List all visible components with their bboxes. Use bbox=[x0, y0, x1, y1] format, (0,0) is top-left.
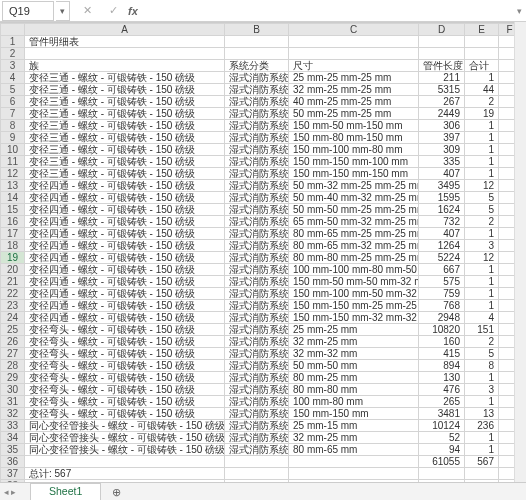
cell[interactable]: 65 mm-50 mm-32 mm-25 mm bbox=[289, 216, 419, 228]
row-header[interactable]: 16 bbox=[1, 216, 25, 228]
formula-bar-expand-icon[interactable]: ▾ bbox=[512, 6, 526, 16]
cell[interactable] bbox=[289, 468, 419, 480]
cell[interactable]: 61055 bbox=[419, 456, 465, 468]
cell[interactable] bbox=[419, 48, 465, 60]
cell[interactable]: 12 bbox=[465, 252, 499, 264]
cell[interactable]: 150 mm-150 mm-150 mm bbox=[289, 168, 419, 180]
cell[interactable]: 80 mm-65 mm bbox=[289, 444, 419, 456]
cell[interactable]: 1 bbox=[465, 156, 499, 168]
cell[interactable] bbox=[465, 48, 499, 60]
row-header[interactable]: 30 bbox=[1, 384, 25, 396]
row-header[interactable]: 15 bbox=[1, 204, 25, 216]
cell[interactable]: 407 bbox=[419, 168, 465, 180]
fx-icon[interactable]: fx bbox=[128, 5, 138, 17]
column-header[interactable]: C bbox=[289, 24, 419, 36]
cell[interactable]: 150 mm-100 mm-80 mm bbox=[289, 144, 419, 156]
cell[interactable]: 94 bbox=[419, 444, 465, 456]
row-header[interactable]: 7 bbox=[1, 108, 25, 120]
row-header[interactable]: 13 bbox=[1, 180, 25, 192]
cell[interactable]: 变径三通 - 螺纹 - 可锻铸铁 - 150 磅级 bbox=[25, 120, 225, 132]
cell[interactable]: 同心变径管接头 - 螺纹 - 可锻铸铁 - 150 磅级 bbox=[25, 444, 225, 456]
cell[interactable]: 变径四通 - 螺纹 - 可锻铸铁 - 150 磅级 bbox=[25, 300, 225, 312]
column-header[interactable]: E bbox=[465, 24, 499, 36]
cell[interactable]: 变径四通 - 螺纹 - 可锻铸铁 - 150 磅级 bbox=[25, 228, 225, 240]
cell[interactable]: 变径四通 - 螺纹 - 可锻铸铁 - 150 磅级 bbox=[25, 312, 225, 324]
cell[interactable]: 湿式消防系统 bbox=[225, 204, 289, 216]
row-header[interactable]: 27 bbox=[1, 348, 25, 360]
cell[interactable]: 1 bbox=[465, 72, 499, 84]
cell[interactable]: 1595 bbox=[419, 192, 465, 204]
cell[interactable]: 1 bbox=[465, 132, 499, 144]
cell[interactable]: 湿式消防系统 bbox=[225, 408, 289, 420]
cell[interactable]: 变径四通 - 螺纹 - 可锻铸铁 - 150 磅级 bbox=[25, 264, 225, 276]
cell[interactable] bbox=[25, 48, 225, 60]
row-header[interactable]: 34 bbox=[1, 432, 25, 444]
cell[interactable]: 2948 bbox=[419, 312, 465, 324]
cell[interactable]: 567 bbox=[465, 456, 499, 468]
cell[interactable]: 管件明细表 bbox=[25, 36, 225, 48]
cell[interactable]: 湿式消防系统 bbox=[225, 444, 289, 456]
row-header[interactable]: 25 bbox=[1, 324, 25, 336]
cell[interactable]: 160 bbox=[419, 336, 465, 348]
cell[interactable]: 894 bbox=[419, 360, 465, 372]
cell[interactable]: 湿式消防系统 bbox=[225, 180, 289, 192]
formula-bar-input[interactable] bbox=[138, 1, 512, 21]
row-header[interactable]: 8 bbox=[1, 120, 25, 132]
cell[interactable]: 变径三通 - 螺纹 - 可锻铸铁 - 150 磅级 bbox=[25, 144, 225, 156]
cell[interactable]: 湿式消防系统 bbox=[225, 312, 289, 324]
cell[interactable] bbox=[225, 48, 289, 60]
cell[interactable]: 变径四通 - 螺纹 - 可锻铸铁 - 150 磅级 bbox=[25, 216, 225, 228]
cell[interactable]: 3495 bbox=[419, 180, 465, 192]
cell[interactable]: 湿式消防系统 bbox=[225, 240, 289, 252]
row-header[interactable]: 36 bbox=[1, 456, 25, 468]
cell[interactable]: 32 mm-32 mm bbox=[289, 348, 419, 360]
cell[interactable]: 1 bbox=[465, 228, 499, 240]
row-header[interactable]: 20 bbox=[1, 264, 25, 276]
row-header[interactable]: 31 bbox=[1, 396, 25, 408]
cell[interactable]: 80 mm-65 mm-32 mm-25 mm bbox=[289, 240, 419, 252]
cell[interactable]: 2449 bbox=[419, 108, 465, 120]
cell[interactable]: 变径四通 - 螺纹 - 可锻铸铁 - 150 磅级 bbox=[25, 252, 225, 264]
cell[interactable] bbox=[465, 36, 499, 48]
cell[interactable]: 1 bbox=[465, 168, 499, 180]
row-header[interactable]: 18 bbox=[1, 240, 25, 252]
cell[interactable]: 4 bbox=[465, 312, 499, 324]
cell[interactable]: 32 mm-25 mm bbox=[289, 336, 419, 348]
cell[interactable]: 湿式消防系统 bbox=[225, 96, 289, 108]
cell[interactable]: 1 bbox=[465, 288, 499, 300]
row-header[interactable]: 2 bbox=[1, 48, 25, 60]
cell[interactable]: 1 bbox=[465, 372, 499, 384]
cell[interactable]: 50 mm-40 mm-32 mm-25 mm bbox=[289, 192, 419, 204]
cell[interactable]: 44 bbox=[465, 84, 499, 96]
add-sheet-icon[interactable]: ⊕ bbox=[107, 486, 125, 498]
cell[interactable]: 80 mm-80 mm-25 mm-25 mm bbox=[289, 252, 419, 264]
cell[interactable]: 267 bbox=[419, 96, 465, 108]
cell[interactable]: 8 bbox=[465, 360, 499, 372]
cell[interactable]: 19 bbox=[465, 108, 499, 120]
row-header[interactable]: 19 bbox=[1, 252, 25, 264]
cell[interactable]: 湿式消防系统 bbox=[225, 132, 289, 144]
cell[interactable]: 湿式消防系统 bbox=[225, 264, 289, 276]
cell[interactable] bbox=[225, 456, 289, 468]
column-header[interactable]: B bbox=[225, 24, 289, 36]
cell[interactable]: 变径三通 - 螺纹 - 可锻铸铁 - 150 磅级 bbox=[25, 132, 225, 144]
cell[interactable]: 变径四通 - 螺纹 - 可锻铸铁 - 150 磅级 bbox=[25, 276, 225, 288]
cell[interactable]: 湿式消防系统 bbox=[225, 72, 289, 84]
cell[interactable]: 2 bbox=[465, 216, 499, 228]
cell[interactable]: 476 bbox=[419, 384, 465, 396]
vertical-scrollbar[interactable] bbox=[514, 22, 526, 482]
cell[interactable]: 1 bbox=[465, 144, 499, 156]
cell[interactable]: 管件长度 bbox=[419, 60, 465, 72]
cell[interactable]: 3481 bbox=[419, 408, 465, 420]
cell[interactable]: 3 bbox=[465, 384, 499, 396]
cell[interactable]: 150 mm-80 mm-150 mm bbox=[289, 132, 419, 144]
cell[interactable]: 变径三通 - 螺纹 - 可锻铸铁 - 150 磅级 bbox=[25, 96, 225, 108]
cell[interactable]: 100 mm-80 mm bbox=[289, 396, 419, 408]
cell[interactable]: 1 bbox=[465, 120, 499, 132]
cell[interactable]: 尺寸 bbox=[289, 60, 419, 72]
cell[interactable]: 1264 bbox=[419, 240, 465, 252]
cell[interactable]: 32 mm-25 mm-25 mm bbox=[289, 84, 419, 96]
row-header[interactable]: 12 bbox=[1, 168, 25, 180]
row-header[interactable]: 33 bbox=[1, 420, 25, 432]
row-header[interactable]: 28 bbox=[1, 360, 25, 372]
